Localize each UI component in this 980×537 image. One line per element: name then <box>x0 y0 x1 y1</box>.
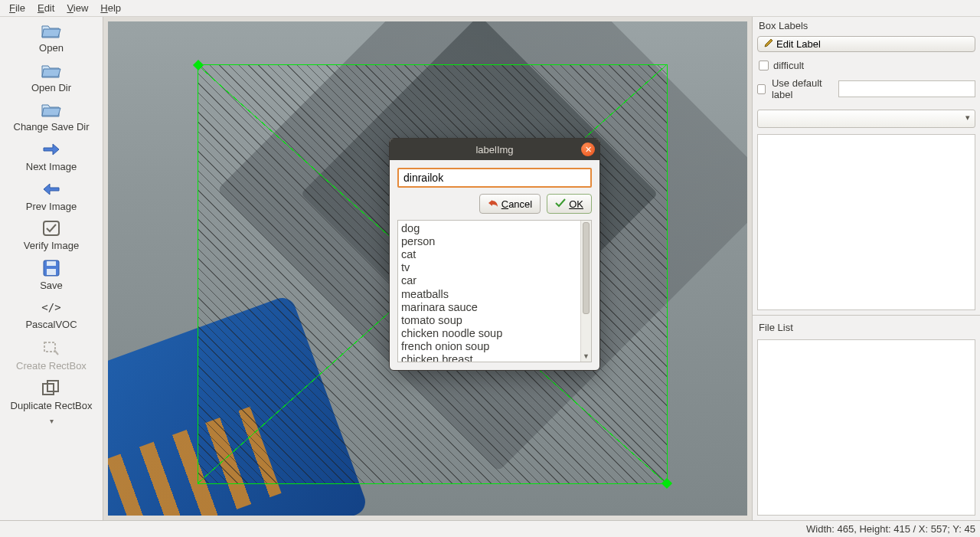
svg-rect-4 <box>44 342 55 352</box>
verify-icon <box>43 218 60 239</box>
create-rectbox-tool: Create RectBox <box>0 335 103 375</box>
label-list[interactable] <box>757 134 975 310</box>
label-option[interactable]: meatballs <box>401 288 588 301</box>
edit-label-text: Edit Label <box>776 38 821 50</box>
toolbar-more-icon[interactable]: ▾ <box>0 414 103 428</box>
change-save-dir-label: Change Save Dir <box>14 122 90 133</box>
close-icon: ✕ <box>585 146 592 154</box>
menu-view[interactable]: View <box>60 1 94 15</box>
dialog-close-button[interactable]: ✕ <box>581 142 595 156</box>
menu-help[interactable]: Help <box>94 1 127 15</box>
left-toolbar: Open Open Dir Change Save Dir Next Image <box>0 17 103 520</box>
check-icon <box>555 198 566 210</box>
arrow-left-icon <box>42 178 60 200</box>
label-option[interactable]: dog <box>401 222 588 235</box>
undo-icon <box>488 198 498 210</box>
open-tool[interactable]: Open <box>0 17 103 57</box>
status-text: Width: 465, Height: 415 / X: 557; Y: 45 <box>806 523 975 535</box>
label-option[interactable]: cat <box>401 248 588 261</box>
save-disk-icon <box>43 257 60 279</box>
prev-image-tool[interactable]: Prev Image <box>0 175 103 215</box>
use-default-label-text: Use default label <box>772 77 832 100</box>
verify-image-tool[interactable]: Verify Image <box>0 214 103 254</box>
cancel-button[interactable]: Cancel <box>479 194 541 214</box>
duplicate-icon <box>42 378 60 399</box>
prev-image-label: Prev Image <box>26 201 77 212</box>
folder-save-icon <box>41 99 62 120</box>
format-icon: </> <box>41 296 60 318</box>
save-label: Save <box>40 280 63 291</box>
difficult-checkbox[interactable] <box>759 61 769 70</box>
duplicate-rectbox-label: Duplicate RectBox <box>11 401 93 411</box>
rectbox-icon <box>43 338 60 359</box>
difficult-label: difficult <box>773 60 804 71</box>
right-panel: Box Labels Edit Label difficult Use defa… <box>752 17 980 520</box>
open-dir-tool[interactable]: Open Dir <box>0 57 103 97</box>
edit-label-button[interactable]: Edit Label <box>757 36 975 52</box>
label-option[interactable]: french onion soup <box>401 340 588 353</box>
use-default-label-checkbox[interactable] <box>757 84 766 94</box>
next-image-tool[interactable]: Next Image <box>0 136 103 175</box>
folder-open-icon <box>41 20 62 41</box>
format-label: PascalVOC <box>25 319 77 330</box>
dialog-titlebar[interactable]: labelImg ✕ <box>390 139 599 160</box>
label-options-list[interactable]: dogpersoncattvcarmeatballsmarinara sauce… <box>397 220 592 362</box>
cancel-text: ancel <box>508 198 532 210</box>
status-bar: Width: 465, Height: 415 / X: 557; Y: 45 <box>0 520 980 537</box>
label-option[interactable]: tomato soup <box>401 314 588 327</box>
next-image-label: Next Image <box>26 162 77 172</box>
pencil-icon <box>764 38 773 50</box>
duplicate-rectbox-tool[interactable]: Duplicate RectBox <box>0 375 103 414</box>
verify-image-label: Verify Image <box>24 241 79 251</box>
label-option[interactable]: car <box>401 274 588 287</box>
file-list[interactable] <box>757 339 975 516</box>
ok-button[interactable]: OK <box>547 194 592 214</box>
file-list-title: File List <box>753 317 980 336</box>
label-option[interactable]: chicken breast <box>401 353 588 362</box>
scroll-down-icon[interactable]: ▼ <box>581 351 591 362</box>
dialog-scrollbar[interactable]: ▼ <box>580 221 591 362</box>
menu-edit[interactable]: Edit <box>31 1 60 15</box>
label-input[interactable] <box>397 168 592 188</box>
label-option[interactable]: person <box>401 235 588 248</box>
box-labels-title: Box Labels <box>753 17 980 34</box>
save-tool[interactable]: Save <box>0 254 103 294</box>
label-dialog: labelImg ✕ Cancel OK dogpersoncattvcarme… <box>389 138 600 371</box>
default-label-input[interactable] <box>838 80 975 97</box>
change-save-dir-tool[interactable]: Change Save Dir <box>0 96 103 136</box>
label-option[interactable]: marinara sauce <box>401 301 588 314</box>
scrollbar-thumb[interactable] <box>583 222 590 314</box>
open-label: Open <box>39 43 64 54</box>
dialog-title-text: labelImg <box>475 144 513 156</box>
svg-rect-3 <box>47 269 56 275</box>
label-combo[interactable] <box>757 110 975 128</box>
svg-rect-0 <box>44 221 59 235</box>
open-dir-label: Open Dir <box>31 83 71 93</box>
ok-text: OK <box>569 198 583 210</box>
folder-icon <box>41 60 62 81</box>
menu-file[interactable]: File <box>3 1 31 15</box>
create-rectbox-label: Create RectBox <box>16 361 87 372</box>
label-option[interactable]: tv <box>401 261 588 274</box>
svg-rect-2 <box>47 261 56 266</box>
label-option[interactable]: chicken noodle soup <box>401 327 588 340</box>
format-tool[interactable]: </> PascalVOC <box>0 293 103 333</box>
arrow-right-icon <box>42 139 60 160</box>
menu-bar: File Edit View Help <box>0 0 980 17</box>
